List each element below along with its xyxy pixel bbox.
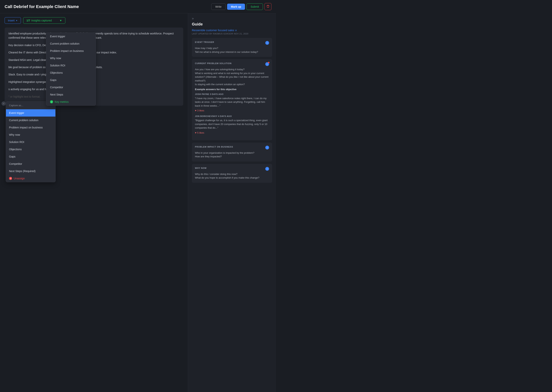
capture-item-unassign[interactable]: ✕ Unassign bbox=[6, 175, 55, 182]
info-icon[interactable]: i bbox=[265, 167, 269, 171]
testimonial-text: "I have my zoom, I have salesforce notes… bbox=[195, 97, 269, 108]
testimonial-author: JON BORICHEVSKIY 4 DAYS AGO bbox=[195, 115, 269, 117]
guide-card-title: CURRENT PROBLEM SOLUTION bbox=[195, 62, 232, 64]
collapse-guide-button[interactable]: » bbox=[192, 16, 272, 21]
check-icon: ✓ bbox=[50, 100, 53, 103]
circle-x-icon: ✕ bbox=[9, 177, 12, 180]
insights-menu-item[interactable]: Competitor bbox=[46, 84, 96, 91]
guide-card-header: EVENT TRIGGER i bbox=[195, 41, 269, 45]
chevron-down-icon: ▼ bbox=[59, 19, 62, 22]
guide-card-title: WHY NOW bbox=[195, 167, 207, 169]
header-actions: Write Mark up Submit bbox=[211, 3, 271, 10]
guide-pane: » Guide Ressemble customer focused sales… bbox=[188, 14, 276, 392]
guide-card-title: EVENT TRIGGER bbox=[195, 41, 214, 43]
markup-button[interactable]: Mark up bbox=[227, 4, 245, 10]
guide-card-text: How may I help you?Tell me what is drivi… bbox=[195, 46, 269, 54]
heart-icon: ♥ bbox=[195, 109, 196, 112]
capture-item-gaps[interactable]: Gaps bbox=[6, 153, 55, 160]
guide-card-problem-impact: PROBLEM IMPACT ON BUSINESS i Who in your… bbox=[192, 143, 272, 161]
insights-menu-item[interactable]: Next Steps bbox=[46, 91, 96, 98]
testimonial: JOSH PAYNE 3 DAYS AGO "I have my zoom, I… bbox=[195, 93, 269, 112]
capture-item-event-trigger[interactable]: Event trigger bbox=[6, 109, 55, 117]
insights-menu-item[interactable]: Solution ROI bbox=[46, 62, 96, 69]
capture-dropdown: Capture as... Event trigger Current prob… bbox=[6, 101, 56, 182]
likes-button[interactable]: ♥ 5 likes bbox=[195, 131, 269, 134]
insights-menu-item[interactable]: Problem impact on business bbox=[46, 47, 96, 55]
submit-button[interactable]: Submit bbox=[247, 3, 263, 10]
testimonial-author: JOSH PAYNE 3 DAYS AGO bbox=[195, 93, 269, 95]
header: Call Debrief for Example Client Name Wri… bbox=[0, 0, 276, 14]
insights-menu-item[interactable]: Objections bbox=[46, 69, 96, 76]
testimonial-text: "Biggest challenge for us, it is such a … bbox=[195, 119, 269, 130]
delete-button[interactable] bbox=[264, 3, 271, 10]
key-metrics-menu-item[interactable]: ✓ Key metrics bbox=[46, 98, 96, 105]
capture-item-next-steps[interactable]: Next Steps (Required) bbox=[6, 168, 55, 175]
guide-title: Guide bbox=[192, 22, 272, 26]
add-block-button[interactable]: + bbox=[1, 101, 6, 106]
trash-icon bbox=[267, 5, 269, 8]
capture-item-why-now[interactable]: Why now bbox=[6, 131, 55, 138]
left-pane: Insert ▼ 1/7 Insights captured ▼ Event t… bbox=[0, 14, 188, 392]
capture-item-problem-impact[interactable]: Problem impact on business bbox=[6, 124, 55, 131]
capture-item-objections[interactable]: Objections bbox=[6, 146, 55, 153]
guide-card-header: WHY NOW i bbox=[195, 167, 269, 171]
page-title: Call Debrief for Example Client Name bbox=[5, 4, 79, 9]
guide-card-title: PROBLEM IMPACT ON BUSINESS bbox=[195, 146, 233, 148]
example-label: Example answers for this objective bbox=[195, 88, 269, 91]
guide-card-why-now: WHY NOW i Why do this / consider doing t… bbox=[192, 164, 272, 183]
guide-subtitle-link[interactable]: Ressemble customer focused sales ∨ bbox=[192, 29, 272, 32]
guide-card-header: PROBLEM IMPACT ON BUSINESS i bbox=[195, 146, 269, 149]
guide-card-text: Are you / how are you solving/doing it t… bbox=[195, 68, 269, 86]
capture-item-current-problem[interactable]: Current problem solution bbox=[6, 117, 55, 124]
guide-last-updated: LAST UPDATED BY RASMUS GOKSOR NOV 21, 20… bbox=[192, 33, 272, 35]
insights-menu-item[interactable]: Gaps bbox=[46, 76, 96, 84]
insights-menu-item[interactable]: Why now bbox=[46, 55, 96, 62]
guide-card-event-trigger: EVENT TRIGGER i How may I help you?Tell … bbox=[192, 38, 272, 57]
insights-menu: Event trigger Current problem solution P… bbox=[46, 33, 96, 106]
capture-item-competitor[interactable]: Competitor bbox=[6, 160, 55, 168]
main-layout: Insert ▼ 1/7 Insights captured ▼ Event t… bbox=[0, 14, 276, 392]
capture-item-solution-roi[interactable]: Solution ROI bbox=[6, 138, 55, 146]
toolbar: Insert ▼ 1/7 Insights captured ▼ Event t… bbox=[5, 17, 183, 24]
insert-button[interactable]: Insert ▼ bbox=[5, 17, 21, 24]
insights-menu-item[interactable]: Event trigger bbox=[46, 33, 96, 40]
guide-card-current-problem: CURRENT PROBLEM SOLUTION i Are you / how… bbox=[192, 59, 272, 140]
guide-card-text: Who in your organization is impacted by … bbox=[195, 151, 269, 159]
write-button[interactable]: Write bbox=[211, 3, 225, 10]
insights-dropdown[interactable]: 1/7 Insights captured ▼ bbox=[23, 17, 65, 24]
insights-menu-item[interactable]: Current problem solution bbox=[46, 40, 96, 47]
chevron-down-icon: ▼ bbox=[16, 20, 18, 22]
guide-card-header: CURRENT PROBLEM SOLUTION i bbox=[195, 62, 269, 66]
heart-icon: ♥ bbox=[195, 131, 196, 134]
testimonial: JON BORICHEVSKIY 4 DAYS AGO "Biggest cha… bbox=[195, 115, 269, 134]
chevron-down-icon: ∨ bbox=[235, 29, 237, 32]
info-icon[interactable]: i bbox=[265, 146, 269, 149]
guide-card-text: Why do this / consider doing this now? W… bbox=[195, 172, 269, 180]
info-icon-with-badge[interactable]: i bbox=[265, 62, 269, 66]
likes-button[interactable]: ♥ 3 likes bbox=[195, 109, 269, 112]
info-icon[interactable]: i bbox=[265, 41, 269, 45]
